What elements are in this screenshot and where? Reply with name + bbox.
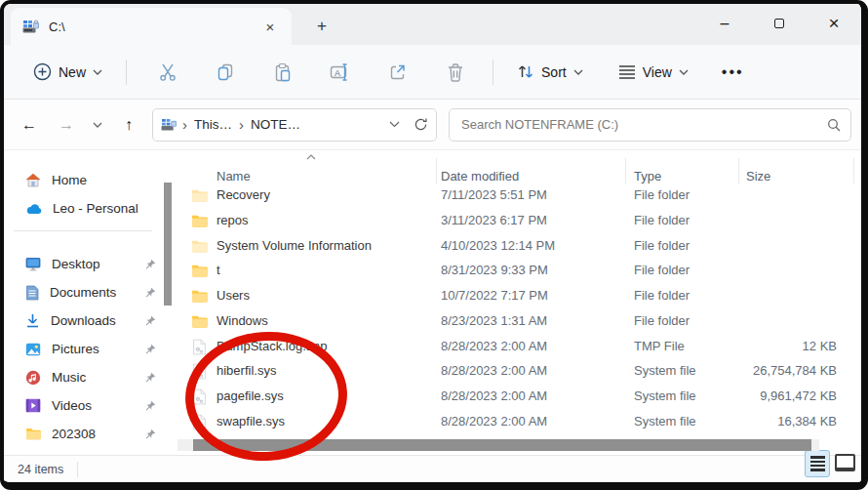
sidebar-item-label: Leo - Personal xyxy=(53,201,156,216)
column-header-date[interactable]: Date modified xyxy=(441,169,519,184)
share-button[interactable] xyxy=(375,55,421,90)
toolbar-divider xyxy=(126,60,127,85)
breadcrumb-this-pc[interactable]: This… xyxy=(194,117,232,132)
file-type: File folder xyxy=(634,313,690,328)
file-row-system-volume-information[interactable]: System Volume Information 4/10/2023 12:1… xyxy=(174,234,861,260)
column-header-type[interactable]: Type xyxy=(634,169,661,184)
column-header-row: Name Date modified Type Size xyxy=(174,150,861,189)
column-header-size[interactable]: Size xyxy=(746,169,770,184)
refresh-button[interactable] xyxy=(414,117,428,132)
file-type: File folder xyxy=(634,187,690,202)
window-controls: – × xyxy=(697,4,861,43)
horizontal-scrollbar[interactable] xyxy=(178,439,819,451)
downloads-icon xyxy=(25,313,40,328)
sidebar-item-music[interactable]: Music xyxy=(4,363,162,391)
see-more-button[interactable]: ••• xyxy=(710,63,756,81)
search-icon xyxy=(827,118,841,132)
forward-button[interactable]: → xyxy=(51,109,82,141)
new-button[interactable]: New xyxy=(23,56,112,88)
breadcrumb-drive[interactable]: NOTE… xyxy=(251,117,300,132)
view-icon xyxy=(618,64,636,79)
scrollbar-thumb[interactable] xyxy=(193,439,811,451)
file-name: Users xyxy=(217,288,250,303)
cut-button[interactable] xyxy=(144,55,191,90)
view-button[interactable]: View xyxy=(609,58,698,87)
address-bar[interactable]: › This… › NOTE… xyxy=(152,108,437,142)
file-date: 8/28/2023 2:00 AM xyxy=(441,388,547,403)
sidebar-item-videos[interactable]: Videos xyxy=(4,391,162,420)
sidebar-item-home[interactable]: Home xyxy=(4,166,162,194)
sidebar-item-downloads[interactable]: Downloads xyxy=(4,306,162,335)
sort-icon xyxy=(517,63,534,80)
column-divider[interactable] xyxy=(853,158,854,184)
large-icons-view-toggle[interactable] xyxy=(835,454,855,471)
file-name: DumpStack.log.tmp xyxy=(217,339,327,353)
maximize-button[interactable] xyxy=(752,5,807,42)
column-divider[interactable] xyxy=(436,158,437,184)
file-row-pagefile[interactable]: pagefile.sys 8/28/2023 2:00 AM System fi… xyxy=(174,385,861,410)
sidebar-item-onedrive[interactable]: Leo - Personal xyxy=(4,194,162,223)
search-input[interactable] xyxy=(459,116,827,133)
sidebar-item-label: Music xyxy=(52,370,144,385)
column-header-name[interactable]: Name xyxy=(217,169,251,184)
details-view-toggle[interactable] xyxy=(805,450,830,477)
sidebar-item-label: Home xyxy=(52,173,156,187)
sidebar-item-desktop[interactable]: Desktop xyxy=(4,250,162,278)
sidebar-item-pictures[interactable]: Pictures xyxy=(4,335,162,363)
chevron-down-icon xyxy=(93,122,102,128)
sidebar-item-documents[interactable]: Documents xyxy=(4,278,162,306)
file-row-users[interactable]: Users 10/7/2022 7:17 PM File folder xyxy=(174,284,861,309)
folder-icon xyxy=(191,187,208,204)
home-icon xyxy=(25,173,41,188)
paste-icon xyxy=(272,61,294,83)
address-dropdown-chevron[interactable] xyxy=(389,121,400,128)
svg-text:A: A xyxy=(335,67,340,77)
file-row-repos[interactable]: repos 3/11/2023 6:17 PM File folder xyxy=(174,209,861,234)
tab-bar: C:\ × + – × xyxy=(4,4,861,45)
minimize-button[interactable]: – xyxy=(697,5,752,42)
cut-icon xyxy=(157,61,178,83)
sort-button[interactable]: Sort xyxy=(507,57,593,87)
column-divider[interactable] xyxy=(738,158,739,184)
file-row-windows[interactable]: Windows 8/23/2023 1:31 AM File folder xyxy=(174,309,861,335)
file-type: File folder xyxy=(634,213,690,227)
file-explorer-window: C:\ × + – × New xyxy=(4,4,861,482)
folder-icon xyxy=(191,213,208,229)
maximize-icon xyxy=(774,19,784,28)
back-button[interactable]: ← xyxy=(14,109,45,141)
file-date: 8/31/2023 9:33 PM xyxy=(441,263,548,277)
file-row-swapfile[interactable]: swapfile.sys 8/28/2023 2:00 AM System fi… xyxy=(174,410,861,435)
screenshot-frame: C:\ × + – × New xyxy=(0,0,868,490)
rename-button[interactable]: A xyxy=(317,55,364,90)
new-tab-button[interactable]: + xyxy=(307,12,336,41)
tab-cdrive[interactable]: C:\ × xyxy=(11,8,292,45)
column-divider[interactable] xyxy=(625,158,626,184)
delete-button[interactable] xyxy=(432,55,479,90)
share-icon xyxy=(387,61,409,83)
desktop-icon xyxy=(25,257,41,271)
sidebar-item-202308[interactable]: 202308 xyxy=(4,420,162,448)
file-date: 4/10/2023 12:14 PM xyxy=(441,238,555,253)
system-file-icon xyxy=(191,388,208,405)
drive-icon xyxy=(161,118,178,132)
file-type: File folder xyxy=(634,238,690,253)
scrollbar-thumb[interactable] xyxy=(164,183,172,306)
file-date: 8/28/2023 2:00 AM xyxy=(441,414,547,429)
navigation-pane: Home Leo - Personal Desktop Documents Do… xyxy=(4,150,162,455)
file-row-t[interactable]: t 8/31/2023 9:33 PM File folder xyxy=(174,259,861,284)
file-row-dumpstack[interactable]: DumpStack.log.tmp 8/28/2023 2:00 AM TMP … xyxy=(174,335,861,360)
search-box[interactable] xyxy=(449,108,851,142)
pictures-icon xyxy=(25,343,41,356)
recent-locations-chevron[interactable] xyxy=(86,109,109,141)
tab-close-button[interactable]: × xyxy=(258,15,282,38)
file-date: 3/11/2023 6:17 PM xyxy=(441,213,547,227)
paste-button[interactable] xyxy=(259,55,306,90)
file-row-hiberfil[interactable]: hiberfil.sys 8/28/2023 2:00 AM System fi… xyxy=(174,359,861,385)
sidebar-scrollbar[interactable] xyxy=(162,150,174,455)
system-file-icon xyxy=(191,363,208,380)
close-button[interactable]: × xyxy=(807,5,861,42)
pin-icon xyxy=(144,315,156,327)
up-button[interactable]: ↑ xyxy=(113,109,144,141)
copy-button[interactable] xyxy=(202,55,249,90)
command-toolbar: New A Sort xyxy=(4,45,861,100)
